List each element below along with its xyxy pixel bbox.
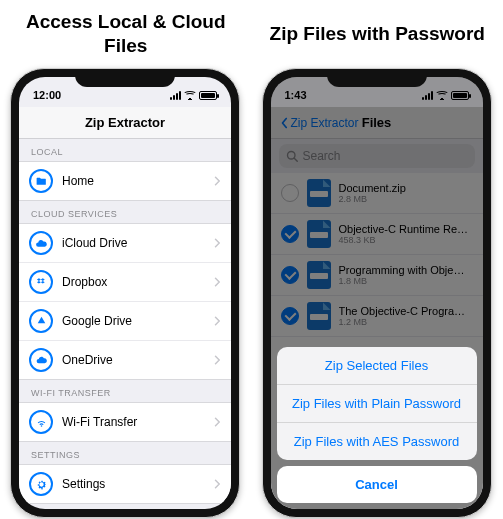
action-sheet-button[interactable]: Zip Files with AES Password [277,423,477,460]
list-item-label: Wi-Fi Transfer [62,415,204,429]
wifi-status-icon [184,91,196,100]
list-item-label: Settings [62,477,204,491]
section-header: LOCAL [19,139,231,161]
notch [327,69,427,87]
battery-icon [199,91,217,100]
cell-group: iCloud DriveDropboxGoogle DriveOneDrive [19,223,231,380]
cloud-icon [29,231,53,255]
list-item-label: Dropbox [62,275,204,289]
screen-left: 12:00 Zip Extractor LOCALHomeCLOUD SERVI… [19,77,231,509]
screen-right: 1:43 Zip Extractor Files [271,77,483,509]
action-sheet-button[interactable]: Zip Files with Plain Password [277,385,477,423]
section-header: WI-FI TRANSFER [19,380,231,402]
nav-title: Zip Extractor [85,115,165,130]
gdrive-icon [29,309,53,333]
section-header: CLOUD SERVICES [19,201,231,223]
folder-icon [29,169,53,193]
wifi-icon [29,410,53,434]
cell-group: Settings [19,464,231,504]
chevron-right-icon [213,175,221,187]
nav-bar: Zip Extractor [19,107,231,139]
list-item[interactable]: Home [19,162,231,200]
chevron-right-icon [213,478,221,490]
list-item[interactable]: OneDrive [19,341,231,379]
gear-icon [29,472,53,496]
chevron-right-icon [213,354,221,366]
list-item[interactable]: Google Drive [19,302,231,341]
list-item-label: Google Drive [62,314,204,328]
cell-group: Home [19,161,231,201]
chevron-right-icon [213,276,221,288]
list-item[interactable]: Dropbox [19,263,231,302]
promo-panel-right: Zip Files with Password 1:43 Zip Extract… [262,10,494,518]
list-item[interactable]: Settings [19,465,231,503]
notch [75,69,175,87]
cell-group: Wi-Fi Transfer [19,402,231,442]
chevron-right-icon [213,416,221,428]
phone-frame: 12:00 Zip Extractor LOCALHomeCLOUD SERVI… [10,68,240,518]
list-item[interactable]: Wi-Fi Transfer [19,403,231,441]
list-item-label: OneDrive [62,353,204,367]
onedrive-icon [29,348,53,372]
action-sheet-cancel[interactable]: Cancel [277,466,477,503]
caption-left: Access Local & Cloud Files [10,10,242,58]
list-item-label: iCloud Drive [62,236,204,250]
status-time: 12:00 [33,89,61,101]
dropbox-icon [29,270,53,294]
action-sheet-button[interactable]: Zip Selected Files [277,347,477,385]
phone-frame: 1:43 Zip Extractor Files [262,68,492,518]
action-sheet: Zip Selected FilesZip Files with Plain P… [277,347,477,503]
chevron-right-icon [213,315,221,327]
caption-right: Zip Files with Password [262,10,494,58]
signal-icon [170,91,181,100]
list-item-label: Home [62,174,204,188]
list-item[interactable]: iCloud Drive [19,224,231,263]
promo-panel-left: Access Local & Cloud Files 12:00 Zip Ext… [10,10,242,518]
section-header: SETTINGS [19,442,231,464]
chevron-right-icon [213,237,221,249]
